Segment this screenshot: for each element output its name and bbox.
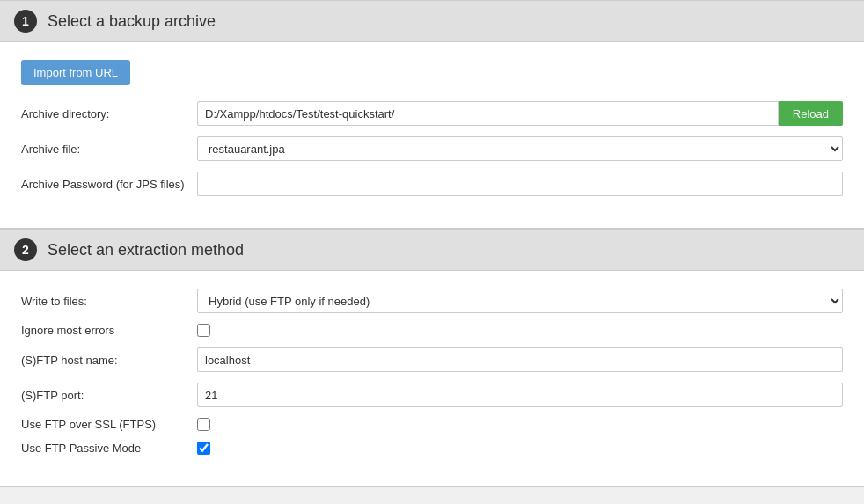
archive-password-label: Archive Password (for JPS files) [21, 178, 197, 191]
section1-body: Import from URL Archive directory: Reloa… [0, 42, 864, 229]
ftp-passive-checkbox[interactable] [197, 442, 210, 455]
section2-header: 2 Select an extraction method [0, 229, 864, 271]
reload-button[interactable]: Reload [779, 101, 843, 126]
ftp-host-row: (S)FTP host name: [21, 347, 843, 372]
ftp-passive-label: Use FTP Passive Mode [21, 442, 197, 455]
archive-directory-input[interactable] [197, 101, 779, 126]
archive-directory-group: Reload [197, 101, 843, 126]
archive-file-label: Archive file: [21, 142, 197, 156]
ftp-host-label: (S)FTP host name: [21, 354, 197, 367]
ignore-errors-row: Ignore most errors [21, 324, 843, 337]
archive-directory-row: Archive directory: Reload [21, 101, 843, 126]
ftp-passive-row: Use FTP Passive Mode [21, 442, 843, 455]
write-to-files-row: Write to files: Hybrid (use FTP only if … [21, 289, 843, 313]
section2-title: Select an extraction method [48, 241, 244, 259]
ftp-port-input[interactable] [197, 383, 843, 407]
archive-password-input[interactable] [197, 172, 843, 196]
ftp-ssl-checkbox[interactable] [197, 418, 210, 431]
ftp-port-label: (S)FTP port: [21, 389, 197, 402]
step1-badge: 1 [14, 10, 37, 33]
section2: 2 Select an extraction method Write to f… [0, 229, 864, 487]
write-to-files-label: Write to files: [21, 295, 197, 308]
step2-badge: 2 [14, 238, 37, 261]
archive-password-row: Archive Password (for JPS files) [21, 172, 843, 196]
ignore-errors-checkbox[interactable] [197, 324, 210, 337]
archive-file-row: Archive file: restauarant.jpa [21, 136, 843, 161]
ftp-port-row: (S)FTP port: [21, 383, 843, 407]
section2-body: Write to files: Hybrid (use FTP only if … [0, 271, 864, 487]
write-to-files-select[interactable]: Hybrid (use FTP only if needed) [197, 289, 843, 313]
section1: 1 Select a backup archive Import from UR… [0, 0, 864, 229]
import-url-button[interactable]: Import from URL [21, 60, 130, 85]
ignore-errors-label: Ignore most errors [21, 324, 197, 337]
section1-header: 1 Select a backup archive [0, 0, 864, 42]
archive-directory-label: Archive directory: [21, 107, 197, 121]
ftp-ssl-row: Use FTP over SSL (FTPS) [21, 418, 843, 431]
archive-file-select[interactable]: restauarant.jpa [197, 136, 843, 161]
ftp-host-input[interactable] [197, 347, 843, 372]
ftp-ssl-label: Use FTP over SSL (FTPS) [21, 418, 197, 431]
section1-title: Select a backup archive [48, 12, 216, 31]
